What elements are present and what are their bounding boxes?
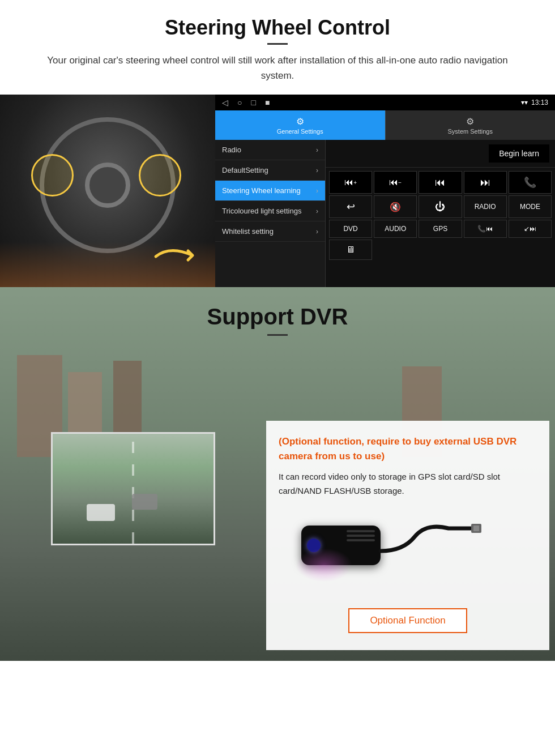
ctrl-mode[interactable]: MODE [509, 195, 552, 218]
tab-general-settings[interactable]: ⚙ General Settings [215, 110, 385, 140]
ctrl-extra[interactable]: 🖥 [329, 240, 372, 260]
dvr-info-card: (Optional function, require to buy exter… [266, 421, 549, 650]
dvr-title-area: Support DVR [0, 287, 555, 341]
content-area: Begin learn ⏮+ ⏮− ⏮ ⏭ 📞 ↩ 🔇 ⏻ RADIO MODE [326, 140, 555, 287]
ctrl-mute[interactable]: 🔇 [374, 195, 417, 218]
dvr-section: Support DVR (Optional function, require … [0, 287, 555, 661]
signal-icon: ▾▾ [521, 99, 528, 106]
arrow-icon [153, 240, 204, 274]
ctrl-next[interactable]: ⏭ [464, 171, 507, 194]
begin-learn-row: Begin learn [326, 140, 555, 168]
menu-whitelist-label: Whitelist setting [222, 227, 274, 236]
section-subtitle: Your original car's steering wheel contr… [34, 53, 521, 83]
ctrl-gps[interactable]: GPS [419, 220, 462, 238]
chevron-icon-4: › [316, 207, 318, 215]
left-highlight [31, 154, 74, 197]
page-title: Steering Wheel Control [0, 0, 555, 43]
ctrl-dvd[interactable]: DVD [329, 220, 372, 238]
chevron-icon-5: › [316, 228, 318, 236]
menu-item-whitelist[interactable]: Whitelist setting › [215, 221, 325, 242]
right-highlight [139, 154, 181, 197]
optional-function-button[interactable]: Optional Function [348, 608, 467, 633]
menu-item-radio[interactable]: Radio › [215, 140, 325, 160]
recents-icon: □ [251, 98, 255, 107]
ctrl-prev[interactable]: ⏮ [419, 171, 462, 194]
ctrl-audio[interactable]: AUDIO [374, 220, 417, 238]
ctrl-phone-next[interactable]: ↙⏭ [509, 220, 552, 238]
title-divider [267, 43, 288, 45]
menu-steering-label: Steering Wheel learning [222, 186, 301, 195]
gear-icon-active: ⚙ [296, 116, 304, 127]
menu-list: Radio › DefaultSetting › Steering Wheel … [215, 140, 326, 287]
tab-system-settings[interactable]: ⚙ System Settings [385, 110, 556, 140]
dvr-description: It can record video only to storage in G… [279, 470, 537, 498]
menu-default-label: DefaultSetting [222, 166, 268, 174]
status-right: ▾▾ 13:13 [521, 99, 548, 106]
svg-rect-1 [473, 526, 479, 531]
dvr-divider [267, 334, 288, 336]
home-icon: ○ [237, 98, 242, 107]
dvr-optional-text: (Optional function, require to buy exter… [279, 434, 537, 463]
ctrl-phone-prev[interactable]: 📞⏮ [464, 220, 507, 238]
ctrl-radio[interactable]: RADIO [464, 195, 507, 218]
nav-icons: ◁ ○ □ ■ [222, 98, 270, 107]
tab-system-label: System Settings [448, 128, 493, 135]
gear-icon-inactive: ⚙ [466, 116, 474, 127]
menu-area: Radio › DefaultSetting › Steering Wheel … [215, 140, 555, 287]
back-icon: ◁ [222, 98, 228, 107]
usb-cable-icon [358, 514, 483, 582]
ctrl-back[interactable]: ↩ [329, 195, 372, 218]
android-status-bar: ◁ ○ □ ■ ▾▾ 13:13 [215, 95, 555, 110]
begin-learn-button[interactable]: Begin learn [489, 144, 549, 163]
status-time: 13:13 [531, 99, 548, 106]
menu-item-tricoloured[interactable]: Tricoloured light settings › [215, 201, 325, 221]
steering-wheel-photo [0, 95, 215, 287]
android-ui-panel: ◁ ○ □ ■ ▾▾ 13:13 ⚙ General Settings ⚙ Sy… [215, 95, 555, 287]
android-tabs: ⚙ General Settings ⚙ System Settings [215, 110, 555, 140]
dvr-title: Support DVR [0, 304, 555, 330]
chevron-icon-3: › [316, 187, 318, 195]
ctrl-vol-down[interactable]: ⏮− [374, 171, 417, 194]
control-grid: ⏮+ ⏮− ⏮ ⏭ 📞 ↩ 🔇 ⏻ RADIO MODE DVD AUDIO G… [326, 168, 555, 263]
tab-general-label: General Settings [277, 128, 323, 135]
menu-item-default[interactable]: DefaultSetting › [215, 160, 325, 181]
menu-item-steering-wheel[interactable]: Steering Wheel learning › [215, 181, 325, 201]
ctrl-phone[interactable]: 📞 [509, 171, 552, 194]
menu-icon: ■ [265, 98, 270, 107]
steering-demo-area: ◁ ○ □ ■ ▾▾ 13:13 ⚙ General Settings ⚙ Sy… [0, 95, 555, 287]
ctrl-vol-up[interactable]: ⏮+ [329, 171, 372, 194]
dvr-left-panel [0, 421, 266, 650]
dvr-camera-illustration [279, 509, 537, 599]
menu-radio-label: Radio [222, 146, 241, 154]
chevron-icon: › [316, 146, 318, 154]
dvr-thumbnail [51, 432, 215, 545]
chevron-icon-2: › [316, 166, 318, 174]
dvr-content-row: (Optional function, require to buy exter… [0, 421, 555, 650]
menu-tricoloured-label: Tricoloured light settings [222, 207, 301, 215]
ctrl-power[interactable]: ⏻ [419, 195, 462, 218]
